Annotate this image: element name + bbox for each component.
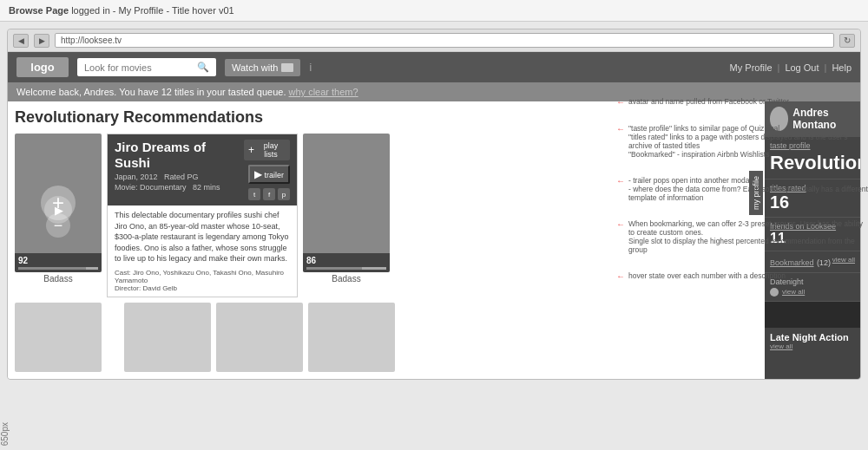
playlist-plus-icon: +: [248, 144, 254, 156]
featured-header: Jiro Dreams of Sushi Japan, 2012 Rated P…: [108, 134, 297, 205]
browser-chrome: ◀ ▶ http://looksee.tv ↻ logo 🔍 Watch wit…: [7, 29, 861, 380]
card-score-2: 86: [303, 253, 390, 272]
card-score-1: 92: [15, 253, 102, 272]
card-label-2: Badass: [332, 272, 360, 285]
friends-label[interactable]: friends on Looksee: [770, 222, 855, 231]
friends-value: 11: [770, 231, 855, 246]
card-label-1: Badass: [43, 272, 72, 285]
dark-spacer: [765, 302, 860, 328]
pinterest-icon[interactable]: p: [278, 188, 290, 200]
taste-profile-value: Revolutionary: [770, 152, 855, 174]
forward-button[interactable]: ▶: [34, 34, 49, 48]
taste-profile-label[interactable]: taste profile: [770, 141, 855, 150]
movie-card-add[interactable]: + ▶ − 92: [15, 134, 102, 272]
titles-rated-value: 16: [770, 192, 855, 212]
title-bar: Browse Page logged in - My Proffile - Ti…: [0, 0, 868, 22]
bottom-cards-row: [15, 303, 758, 372]
featured-cast: Cast: Jiro Ono, Yoshikazu Ono, Takashi O…: [108, 269, 297, 297]
movie-card-2[interactable]: 86: [303, 134, 390, 272]
search-input[interactable]: [84, 62, 194, 73]
profile-name: Andres Montano: [792, 107, 855, 132]
featured-info: Jiro Dreams of Sushi Japan, 2012 Rated P…: [115, 140, 244, 200]
logout-link[interactable]: Log Out: [785, 62, 819, 73]
bookmarked-section: Bookmarked (12) view all: [765, 251, 860, 273]
app-content: logo 🔍 Watch with i My Profile | Log Out…: [8, 52, 860, 379]
page-wrapper: Browse Page logged in - My Proffile - Ti…: [0, 0, 868, 450]
bottom-card-2[interactable]: [124, 303, 211, 372]
my-profile-tab[interactable]: my profile: [749, 171, 763, 215]
late-night-view-all[interactable]: view all: [770, 342, 855, 350]
social-icons: t f p: [248, 188, 290, 200]
logo[interactable]: logo: [16, 57, 69, 77]
page-subtitle: logged in - My Proffile - Title hover v0…: [71, 5, 234, 16]
minus-icon-circle: −: [46, 213, 70, 238]
right-sidebar: my profile Andres Montano taste profile …: [765, 101, 860, 379]
bookmarked-label[interactable]: Bookmarked: [770, 258, 814, 267]
search-icon: 🔍: [197, 62, 209, 73]
bookmarked-view-all[interactable]: view all: [832, 256, 855, 264]
main-layout: Revolutionary Recommendations + ▶ −: [8, 101, 860, 379]
bookmarked-count: (12): [817, 258, 831, 267]
titles-rated-label[interactable]: titles rated: [770, 184, 855, 192]
welcome-bar: Welcome back, Andres. You have 12 titles…: [8, 82, 860, 101]
back-button[interactable]: ◀: [13, 34, 29, 48]
card-2-wrapper: 86 Badass: [303, 134, 390, 297]
late-night-title: Late Night Action: [770, 332, 855, 342]
featured-actions: + play lists ▶ trailer t: [244, 140, 290, 200]
bottom-card-4[interactable]: [308, 303, 395, 372]
px-label: 650px: [0, 422, 10, 446]
info-icon[interactable]: i: [309, 62, 312, 74]
browser-toolbar: ◀ ▶ http://looksee.tv ↻: [8, 29, 860, 52]
featured-title: Jiro Dreams of Sushi: [115, 140, 244, 171]
help-link[interactable]: Help: [832, 62, 852, 73]
profile-header: Andres Montano: [765, 101, 860, 137]
avatar: [770, 107, 788, 131]
facebook-icon[interactable]: f: [263, 188, 275, 200]
search-bar: 🔍: [77, 58, 216, 76]
twitter-icon[interactable]: t: [248, 188, 260, 200]
left-content: Revolutionary Recommendations + ▶ −: [8, 101, 765, 379]
bottom-card-3[interactable]: [216, 303, 303, 372]
datenight-label: Datenight: [770, 277, 855, 286]
trailer-button[interactable]: ▶ trailer: [248, 165, 290, 184]
header-nav: My Profile | Log Out | Help: [730, 62, 852, 73]
featured-type: Movie: Documentary 82 mins: [115, 183, 244, 192]
playlist-label: play lists: [256, 141, 286, 159]
watch-with-icon: [281, 63, 293, 72]
avatar-image: [770, 107, 788, 131]
friends-section: friends on Looksee 11: [765, 218, 860, 251]
taste-profile-section: taste profile Revolutionary: [765, 137, 860, 179]
trailer-label: trailer: [264, 171, 284, 179]
watch-with-label: Watch with: [232, 62, 278, 73]
late-night-section: Late Night Action view all: [765, 328, 860, 355]
app-header: logo 🔍 Watch with i My Profile | Log Out…: [8, 52, 860, 82]
clear-queue-link[interactable]: why clear them?: [289, 87, 358, 97]
featured-movie-card[interactable]: Jiro Dreams of Sushi Japan, 2012 Rated P…: [107, 134, 298, 297]
bottom-card-1[interactable]: [15, 303, 102, 372]
url-bar[interactable]: http://looksee.tv: [55, 33, 834, 48]
section-title: Revolutionary Recommendations: [15, 108, 758, 127]
featured-description: This delectable documentary profiles sus…: [108, 205, 297, 269]
datenight-circle: [770, 288, 779, 297]
refresh-button[interactable]: ↻: [839, 34, 855, 48]
card-1-wrapper: + ▶ − 92: [15, 134, 102, 297]
watch-with-button[interactable]: Watch with: [225, 59, 300, 76]
welcome-text: Welcome back, Andres. You have 12 titles…: [16, 87, 286, 97]
featured-meta: Japan, 2012 Rated PG: [115, 173, 244, 181]
titles-rated-section: titles rated 16: [765, 179, 860, 218]
playlist-button[interactable]: + play lists: [244, 140, 290, 160]
movies-grid: + ▶ − 92: [15, 134, 758, 297]
my-profile-link[interactable]: My Profile: [730, 62, 773, 73]
datenight-view-all[interactable]: view all: [782, 288, 805, 296]
page-title-label: Browse Page: [9, 5, 69, 16]
datenight-section: Datenight view all: [765, 273, 860, 302]
